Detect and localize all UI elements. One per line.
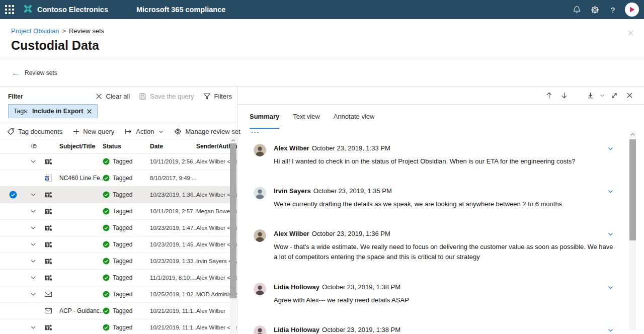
expand-row-button[interactable]: [26, 158, 40, 164]
message-text: Wow - that's a wide estimate. We really …: [274, 242, 614, 262]
scroll-up-button[interactable]: [629, 131, 636, 138]
svg-text:W: W: [45, 177, 49, 180]
filters-button[interactable]: Filters: [203, 93, 232, 100]
manage-review-set-button[interactable]: Manage review set: [174, 128, 240, 135]
selected-check-icon: [9, 191, 17, 199]
table-row[interactable]: Tagged 10/21/2019, 11:1... Alex Wilber <…: [0, 319, 237, 334]
filter-label: Filter: [8, 93, 23, 100]
expand-message-button[interactable]: [607, 188, 614, 197]
page-title: Custodial Data: [11, 38, 634, 53]
expand-row-button[interactable]: [26, 225, 40, 231]
expand-row-button[interactable]: [26, 192, 40, 198]
tagged-status-icon: [103, 158, 110, 165]
table-row[interactable]: Tagged 10/11/2019, 2:56... Alex Wilber <…: [0, 153, 237, 170]
notifications-button[interactable]: [568, 0, 586, 19]
app-title: Microsoft 365 compliance: [136, 6, 225, 14]
message-timestamp: October 23, 2019, 1:38 PM: [322, 326, 400, 333]
settings-button[interactable]: [586, 0, 604, 19]
message-author: Lidia Holloway: [274, 326, 319, 333]
subject-cell: NC460 Line Fe...: [59, 175, 103, 182]
table-scrollbar[interactable]: [230, 137, 236, 334]
subject-cell: ACP - Guidanc...: [59, 307, 103, 314]
expand-row-button[interactable]: [26, 324, 40, 330]
action-icon: [125, 128, 132, 135]
expand-viewer-button[interactable]: [607, 88, 622, 103]
expand-message-button[interactable]: [607, 326, 614, 334]
scrollbar-thumb[interactable]: [629, 139, 636, 240]
clear-all-button[interactable]: Clear all: [96, 93, 130, 100]
close-viewer-button[interactable]: [622, 88, 637, 103]
table-row[interactable]: ACP - Guidanc... Tagged 10/21/2019, 11:1…: [0, 303, 237, 319]
teams-icon: [44, 323, 52, 331]
waffle-icon: [5, 5, 14, 14]
table-row[interactable]: Tagged 11/1/2019, 8:10:... Alex Wilber <…: [0, 270, 237, 286]
message: Lidia HollowayOctober 23, 2019, 1:38 PM: [254, 325, 614, 334]
tab-annotate-view[interactable]: Annotate view: [334, 113, 375, 129]
table-row-selected[interactable]: Tagged 10/23/2019, 1:36... Alex Wilber <…: [0, 187, 237, 203]
expand-row-button[interactable]: [26, 291, 40, 297]
message-timestamp: October 23, 2019, 1:33 PM: [312, 144, 390, 152]
date-cell: 10/23/2019, 1:33...: [150, 258, 196, 264]
expand-message-button[interactable]: [607, 284, 614, 293]
tab-text-view[interactable]: Text view: [293, 113, 319, 129]
table-row[interactable]: Tagged 10/11/2019, 2:57... Megan Bowen <…: [0, 203, 237, 220]
account-avatar[interactable]: [625, 3, 639, 17]
page-close-button[interactable]: [627, 29, 634, 38]
save-query-button[interactable]: Save the query: [139, 93, 194, 100]
column-date[interactable]: Date: [150, 143, 196, 150]
page-header: Project Obsidian>Review sets Custodial D…: [0, 19, 644, 59]
suite-header: Contoso Electronics Microsoft 365 compli…: [0, 0, 644, 19]
table-row[interactable]: Tagged 10/23/2019, 1:45... Alex Wilber <…: [0, 236, 237, 253]
help-icon: ?: [611, 6, 615, 14]
tag-documents-button[interactable]: Tag documents: [7, 128, 62, 135]
download-options-button[interactable]: [598, 93, 607, 98]
message: Lidia HollowayOctober 23, 2019, 1:38 PM …: [254, 283, 614, 305]
next-document-button[interactable]: [556, 88, 572, 103]
filter-chip-tags[interactable]: Tags: Include in Export: [8, 104, 98, 118]
viewer-scrollbar[interactable]: [629, 131, 636, 330]
avatar: [254, 187, 266, 199]
table-row[interactable]: Tagged 10/23/2019, 1:33... Irvin Sayers …: [0, 253, 237, 270]
teams-icon: [44, 257, 52, 265]
download-button[interactable]: [583, 88, 598, 103]
bell-icon: [573, 6, 581, 14]
date-cell: 10/23/2019, 1:45...: [150, 241, 196, 247]
brand[interactable]: Contoso Electronics: [23, 4, 108, 15]
breadcrumb: Project Obsidian>Review sets: [11, 27, 634, 35]
back-arrow-icon: ←: [12, 69, 20, 77]
action-menu-button[interactable]: Action: [125, 128, 164, 135]
tab-summary[interactable]: Summary: [250, 113, 279, 129]
expand-row-button[interactable]: [26, 258, 40, 264]
expand-row-button[interactable]: [26, 241, 40, 247]
scroll-up-button[interactable]: [230, 137, 236, 144]
breadcrumb-link[interactable]: Project Obsidian: [11, 27, 59, 35]
chevron-down-icon: [607, 231, 614, 237]
row-checkbox[interactable]: [0, 191, 26, 199]
tagged-status-icon: [103, 324, 110, 331]
date-cell: 10/11/2019, 2:56...: [150, 158, 196, 164]
help-button[interactable]: ?: [604, 0, 622, 19]
new-query-button[interactable]: New query: [73, 128, 114, 135]
column-status[interactable]: Status: [103, 143, 150, 150]
expand-row-button[interactable]: [26, 275, 40, 281]
expand-message-button[interactable]: [607, 230, 614, 239]
chip-remove-icon[interactable]: [87, 109, 92, 114]
avatar: [254, 229, 266, 242]
column-subject[interactable]: Subject/Title: [59, 143, 103, 150]
table-row[interactable]: Tagged 10/23/2019, 1:47... Alex Wilber <…: [0, 220, 237, 236]
avatar: [254, 283, 266, 295]
message-text: Hi all! I wanted to check in on the stat…: [274, 156, 614, 166]
collapse-all-button[interactable]: [26, 142, 40, 150]
table-row[interactable]: Tagged 10/25/2019, 1:02... MOD Administr…: [0, 286, 237, 303]
back-nav[interactable]: ← Review sets: [0, 59, 644, 87]
table-header: Subject/Title Status Date Sender/Author: [0, 139, 237, 153]
scrollbar-thumb[interactable]: [230, 143, 236, 298]
previous-document-button[interactable]: [541, 88, 556, 103]
expand-row-button[interactable]: [26, 208, 40, 214]
tag-icon: [7, 128, 15, 135]
chevron-down-icon: [607, 188, 614, 195]
app-launcher-icon[interactable]: [0, 0, 19, 19]
expand-message-button[interactable]: [607, 145, 614, 154]
table-row[interactable]: W NC460 Line Fe... Tagged 8/10/2017, 9:4…: [0, 170, 237, 187]
back-link-label: Review sets: [25, 69, 57, 76]
